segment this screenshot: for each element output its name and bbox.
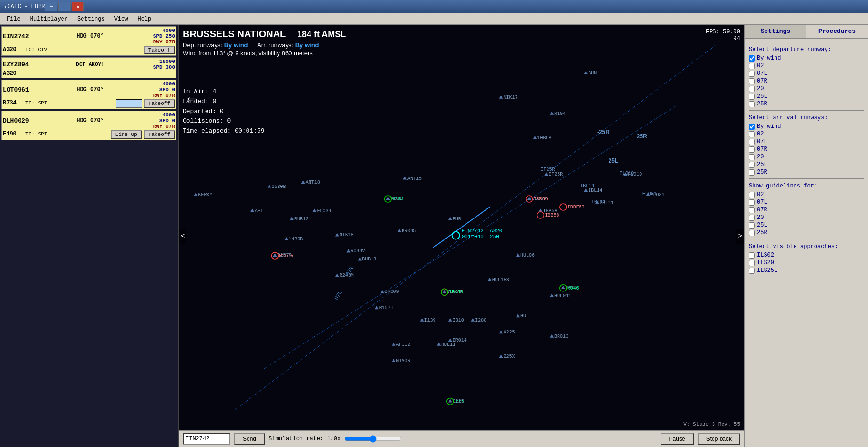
scroll-right-button[interactable]: > [736,229,744,244]
strip-input-lot0961[interactable] [116,99,142,108]
arr-rwy-02-checkbox[interactable] [749,131,755,137]
guide-02: 02 [749,191,864,198]
divider-2 [749,178,864,179]
arr-rwy-02: 02 [749,131,864,137]
takeoff-btn-ein2742[interactable]: Takeoff [144,46,175,54]
guide-02-checkbox[interactable] [749,192,755,198]
fps-value: 59.00 [723,29,740,35]
arr-rwy-by-wind-checkbox[interactable] [749,124,755,130]
approaches-title: Select visible approaches: [749,243,864,250]
guide-07r-checkbox[interactable] [749,207,755,213]
menu-help[interactable]: Help [133,15,156,23]
dep-rwy-20-checkbox[interactable] [749,86,755,92]
strip-right-dlh0029: 4000 SPD 0 RWY 07R [144,112,175,129]
dep-rwy-07r-checkbox[interactable] [749,78,755,84]
type-lot0961: B734 [3,100,24,106]
dep-rwy-25l-label: 25L [757,93,767,100]
rate-slider[interactable] [344,435,402,443]
alt-dlh0029: 4000 [163,112,175,118]
approach-ils25l: ILS25L [749,267,864,274]
maximize-button[interactable]: □ [58,2,71,11]
menu-view[interactable]: View [110,15,133,23]
arr-rwy-by-wind-label: By wind [757,123,781,130]
version-display: V: Stage 3 Rev. 55 [683,421,740,427]
callsign-input[interactable] [183,433,230,445]
guide-25r: 25R [749,229,864,236]
heading-ezy2894: DCT AKOY! [37,62,143,67]
lineup-btn-dlh0029[interactable]: Line Up [111,130,142,139]
arr-rwy-by-wind: By wind [749,123,864,130]
divider-3 [749,239,864,239]
btns-ein2742: Takeoff [144,46,175,54]
arr-rwy-25r-checkbox[interactable] [749,169,755,176]
pause-button[interactable]: Pause [661,433,694,445]
dep-rwy-by-wind-label: By wind [757,55,781,62]
alt-lot0961: 4000 [163,81,175,87]
close-button[interactable]: ✕ [72,2,84,11]
guide-02-label: 02 [757,191,764,198]
divider-1 [749,110,864,111]
type-dlh0029: E190 [3,131,24,137]
callsign-lot0961: LOT0961 [3,86,36,94]
heading-lot0961: HDG 070° [37,86,143,93]
flight-strip-lot0961: LOT0961 HDG 070° 4000 SPD 0 RWY 07R B734… [1,80,176,109]
dep-rwy-20-label: 20 [757,85,764,92]
strip-right-ezy2894: 18000 SPD 300 [144,59,175,70]
dep-rwy-25r-checkbox[interactable] [749,101,755,107]
dep-rwy-25l: 25L [749,93,864,100]
approach-ils25l-checkbox[interactable] [749,268,755,274]
stat-in-air: In Air: 4 [183,87,265,97]
arr-rwy-25r-label: 25R [757,169,767,176]
arr-rwy-07r-label: 07R [757,146,767,153]
stats-display: In Air: 4 Landed: 0 Departed: 0 Collisio… [183,87,265,136]
right-tab-bar: Settings Procedures [745,25,868,39]
step-back-button[interactable]: Step back [698,433,740,445]
approach-ils20: ILS20 [749,260,864,266]
menu-multiplayer[interactable]: Multiplayer [25,15,72,23]
flight-strips-panel: EIN2742 HDG 070° 4000 SPD 250 RWY 07R A3… [0,25,179,447]
stat-time-elapsed: Time elapsed: 00:01:59 [183,126,265,136]
sim-rate-label: Simulation rate: 1.0x [269,436,341,442]
radar-area[interactable]: BRUSSELS NATIONAL 184 ft AMSL Dep. runwa… [179,25,744,447]
dep-rwy-07l-label: 07L [757,70,767,77]
heading-dlh0029: HDG 070° [37,117,143,124]
takeoff-btn-dlh0029[interactable]: Takeoff [144,130,175,139]
send-button[interactable]: Send [234,433,265,445]
takeoff-btn-lot0961[interactable]: Takeoff [144,99,175,108]
guide-07l-label: 07L [757,199,767,206]
guidelines-title: Show guidelines for: [749,183,864,189]
approach-ils25l-label: ILS25L [757,267,777,274]
arr-rwy-07l-label: 07L [757,138,767,145]
arr-runways-value: By wind [295,42,319,49]
tab-settings[interactable]: Settings [745,25,806,38]
app-icon: ✈ [4,3,7,10]
menu-settings[interactable]: Settings [72,15,110,23]
fps-display: FPS: 59.00 94 [706,29,740,42]
callsign-dlh0029: DLH0029 [3,117,36,125]
approach-ils20-checkbox[interactable] [749,260,755,266]
scroll-left-button[interactable]: < [179,229,186,244]
dep-rwy-07l-checkbox[interactable] [749,71,755,77]
guide-07l: 07L [749,199,864,206]
guide-25l-checkbox[interactable] [749,222,755,229]
btns-dlh0029: Line Up Takeoff [111,130,175,139]
arr-runways-label: Arr. runways: [257,42,293,49]
dep-rwy-25l-checkbox[interactable] [749,94,755,100]
minimize-button[interactable]: ─ [45,2,57,11]
dep-rwy-by-wind: By wind [749,55,864,62]
arr-rwy-25l-checkbox[interactable] [749,162,755,168]
dep-rwy-by-wind-checkbox[interactable] [749,55,755,62]
dep-rwy-02-checkbox[interactable] [749,63,755,69]
dep-rwy-07l: 07L [749,70,864,77]
guide-25r-checkbox[interactable] [749,230,755,236]
arr-rwy-07l-checkbox[interactable] [749,139,755,145]
menu-file[interactable]: File [2,15,25,23]
main-layout: EIN2742 HDG 070° 4000 SPD 250 RWY 07R A3… [0,25,868,447]
guide-20-checkbox[interactable] [749,215,755,221]
arr-rwy-20-checkbox[interactable] [749,154,755,160]
approach-ils02-checkbox[interactable] [749,252,755,259]
guide-07l-checkbox[interactable] [749,199,755,206]
dep-runway-title: Select departure runway: [749,46,864,53]
arr-rwy-07r-checkbox[interactable] [749,146,755,153]
tab-procedures[interactable]: Procedures [806,25,868,38]
